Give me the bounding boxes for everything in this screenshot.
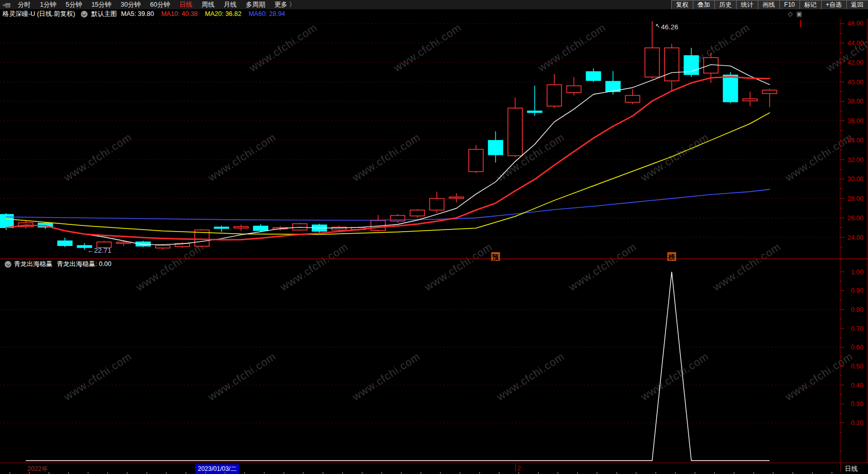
period-tab-1[interactable]: 1分钟 (36, 0, 61, 9)
watermark: www.cfchi.com (422, 240, 495, 293)
indicator-axis-label: 0.80 (851, 306, 863, 313)
chart-canvas[interactable]: www.cfchi.comwww.cfchi.comwww.cfchi.comw… (0, 0, 868, 474)
stock-app-window: www.cfchi.comwww.cfchi.comwww.cfchi.comw… (0, 0, 868, 474)
price-axis-label: 32.00 (847, 156, 863, 164)
event-marker-label: 榜 (668, 253, 675, 261)
watermark: www.cfchi.com (350, 350, 422, 403)
month-tick (515, 464, 516, 471)
watermark: www.cfchi.com (278, 240, 350, 293)
ruler-tick (9, 472, 10, 474)
main-chart-layout-label[interactable]: 默认主图 (90, 10, 121, 19)
ma-label-2: MA20: 36.82 (205, 10, 242, 17)
toolbar-button-6[interactable]: 标记 (799, 0, 821, 9)
toolbar-button-2[interactable]: 历史 (714, 0, 736, 9)
ma-label-3: MA60: 28.94 (249, 10, 285, 17)
toolbar-button-7[interactable]: +自选 (821, 0, 846, 9)
ruler-tick (48, 472, 49, 474)
ruler-tick (499, 472, 500, 474)
watermark: www.cfchi.com (206, 350, 278, 403)
ruler-tick (518, 472, 519, 474)
ruler-tick (577, 472, 578, 474)
period-tab-7[interactable]: 周线 (197, 0, 219, 9)
price-axis-label: 36.00 (847, 117, 863, 125)
ruler-tick (322, 472, 324, 474)
price-axis-label: 42.00 (847, 59, 863, 66)
ruler-tick (420, 472, 421, 474)
ruler-tick (831, 472, 832, 474)
period-tab-2[interactable]: 5分钟 (61, 0, 87, 9)
ruler-tick (166, 472, 167, 474)
ruler-tick (381, 472, 382, 474)
watermark: www.cfchi.com (133, 240, 206, 293)
toolbar-button-5[interactable]: F10 (779, 0, 799, 9)
candle-body (625, 96, 640, 102)
period-tab-9[interactable]: 多周期 (241, 0, 270, 9)
candle-body (469, 149, 483, 171)
ruler-tick (342, 472, 343, 474)
high-annotation-arrow: ↖ (655, 23, 660, 29)
period-tab-8[interactable]: 月线 (219, 0, 241, 9)
panel-split-icon[interactable]: ▣ (796, 10, 802, 17)
period-tab-4[interactable]: 30分钟 (116, 0, 145, 9)
price-axis-label: 28.00 (847, 195, 863, 202)
toolbar-button-1[interactable]: 叠加 (693, 0, 714, 9)
pane-divider-tick (800, 20, 801, 27)
collapse-panel-icon[interactable]: »▤ (0, 2, 13, 8)
watermark: www.cfchi.com (61, 131, 134, 184)
axis-separator (840, 463, 841, 472)
chevron-down-icon[interactable] (81, 11, 88, 17)
period-tab-0[interactable]: 分时 (13, 0, 36, 9)
price-axis-label: 26.00 (847, 215, 863, 222)
ma60-line (6, 189, 770, 220)
time-axis-bar: 2022年 2023/01/03/二 2 日线 (0, 463, 868, 474)
watermark: www.cfchi.com (350, 131, 422, 184)
indicator-name[interactable]: 青龙出海稳赢 (14, 260, 53, 269)
indicator-axis-label: 0.40 (851, 382, 863, 389)
candle-body (214, 227, 229, 229)
chevron-down-icon[interactable] (5, 261, 11, 268)
ma-label-1: MA10: 40.38 (161, 10, 198, 17)
diamond-icon[interactable]: ◇ (788, 10, 792, 17)
period-tab-3[interactable]: 15分钟 (87, 0, 116, 9)
indicator-axis-label: 1.00 (851, 269, 863, 276)
ruler-tick (88, 472, 89, 474)
toolbar-button-8[interactable]: 返回 (846, 0, 868, 9)
ma-value-labels: MA5: 39.80MA10: 40.38MA20: 36.82MA60: 28… (121, 10, 285, 17)
ruler-tick (146, 472, 147, 474)
price-axis-label: 24.00 (847, 234, 863, 241)
period-tab-5[interactable]: 60分钟 (145, 0, 175, 9)
month-label: 2 (517, 465, 521, 472)
ruler-tick (225, 472, 226, 474)
candle-body (488, 141, 503, 155)
ruler-tick (459, 472, 461, 474)
price-axis-label: 40.00 (847, 79, 863, 86)
ma-label-0: MA5: 39.80 (121, 10, 154, 17)
toolbar-button-0[interactable]: 复权 (671, 0, 693, 9)
indicator-axis-label: 0.20 (851, 419, 863, 427)
ruler-tick (753, 472, 754, 474)
infobar-right-icons: ◇▣ (788, 10, 802, 17)
period-tab-10[interactable]: 更多 〉 (270, 0, 300, 9)
toolbar-button-3[interactable]: 统计 (736, 0, 758, 9)
candle-body (743, 99, 757, 101)
ruler-tick (185, 472, 186, 474)
watermark: www.cfchi.com (247, 21, 319, 74)
ruler-tick (479, 472, 480, 474)
period-tab-6[interactable]: 日线 (175, 0, 197, 9)
high-annotation: 46.26 (661, 23, 678, 31)
candle-body (116, 242, 131, 244)
candle-body (58, 241, 72, 245)
watermark: www.cfchi.com (391, 21, 464, 74)
ruler-tick (557, 472, 558, 474)
price-axis-label: 44.00 (847, 40, 863, 47)
indicator-axis-label: 0.70 (851, 325, 863, 332)
candle-body (723, 75, 738, 102)
ruler-tick (792, 472, 793, 474)
candle-body (547, 85, 561, 107)
candle-body (665, 48, 679, 81)
ruler-tick (107, 472, 108, 474)
toolbar-right-buttons: 复权叠加历史统计画线F10标记+自选返回 (671, 0, 868, 9)
candle-body (0, 215, 13, 227)
ruler-tick (244, 472, 245, 474)
toolbar-button-4[interactable]: 画线 (758, 0, 779, 9)
